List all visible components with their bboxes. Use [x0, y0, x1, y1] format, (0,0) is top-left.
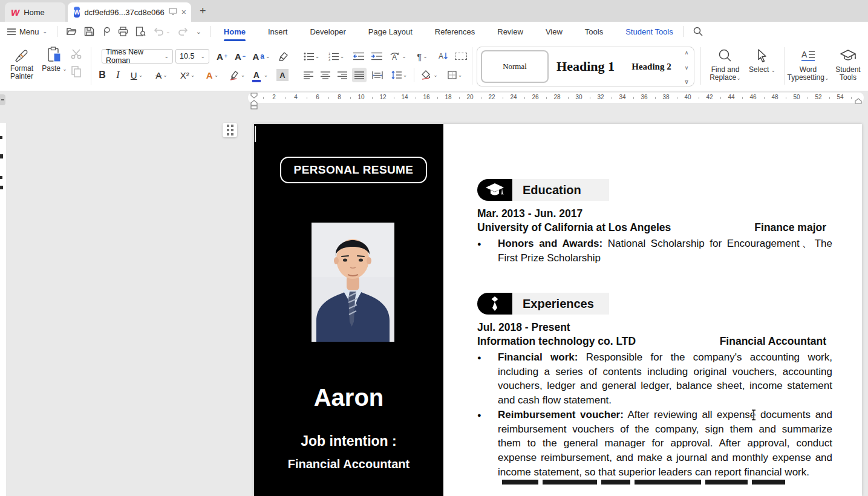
cut-icon[interactable] — [70, 48, 82, 59]
tab-home[interactable]: Home — [223, 24, 247, 40]
underline-button[interactable]: U⌄ — [127, 68, 146, 82]
indent-button[interactable] — [369, 49, 385, 64]
superscript-button[interactable]: X²⌄ — [177, 68, 198, 82]
tab-page-layout[interactable]: Page Layout — [367, 24, 414, 40]
document-tab-label: dcf9efd96...37cd8e066 — [84, 8, 164, 17]
tab-tools[interactable]: Tools — [584, 24, 604, 40]
first-line-indent-marker[interactable] — [250, 93, 258, 99]
list-item: ● Financial work: Responsible for the co… — [477, 350, 832, 408]
justify-button[interactable] — [352, 68, 367, 82]
print-preview-icon[interactable] — [135, 27, 146, 36]
styles-scroll-up-icon[interactable]: ∧ — [685, 50, 689, 56]
style-heading2[interactable]: Heading 2 — [624, 50, 679, 83]
align-left-icon — [304, 71, 313, 79]
chevron-down-icon: ⌄ — [62, 66, 67, 72]
paragraph-mark-button[interactable]: ¶⌄ — [413, 49, 432, 64]
tab-monitor-icon[interactable] — [169, 8, 177, 17]
home-tab[interactable]: W Home — [5, 2, 65, 22]
education-title: Education — [512, 179, 609, 201]
object-drag-handle[interactable] — [223, 123, 237, 137]
tab-insert[interactable]: Insert — [267, 24, 289, 40]
align-left-button[interactable] — [301, 68, 316, 82]
shading-button[interactable]: ⌄ — [419, 68, 440, 82]
tab-close-icon[interactable]: × — [181, 7, 186, 17]
outdent-button[interactable] — [351, 49, 367, 64]
char-shading-button[interactable]: A — [275, 68, 290, 82]
number-list-icon: 123 — [328, 52, 339, 61]
new-tab-plus-icon[interactable]: + — [200, 5, 206, 18]
document-page[interactable]: PERSONAL RESUME Aaron Job inte — [254, 124, 862, 496]
line-spacing-button[interactable]: ⌄ — [388, 68, 410, 82]
borders-button[interactable]: ⌄ — [444, 68, 466, 82]
save-icon[interactable] — [84, 27, 94, 36]
style-normal[interactable]: Normal — [481, 50, 549, 83]
distribute-icon — [372, 71, 383, 79]
decrease-font-button[interactable]: A− — [232, 49, 248, 64]
font-family-select[interactable]: Times New Roman⌄ — [102, 49, 173, 64]
text-direction-button[interactable]: A⌄ — [387, 49, 409, 64]
more-chevron-icon[interactable]: ⌄ — [196, 28, 201, 35]
bullet-list-icon — [304, 52, 314, 61]
hanging-indent-marker[interactable] — [250, 100, 258, 109]
tab-review[interactable]: Review — [496, 24, 524, 40]
text-effect-button[interactable]: A⌄ — [202, 68, 223, 82]
font-color-button[interactable]: A⌄ — [250, 68, 271, 82]
text-direction-icon: A — [390, 52, 400, 61]
print-icon[interactable] — [118, 27, 128, 36]
redo-icon[interactable] — [178, 27, 189, 36]
align-center-button[interactable] — [318, 68, 333, 82]
tab-references[interactable]: References — [434, 24, 476, 40]
svg-text:A: A — [392, 53, 397, 61]
copy-icon[interactable] — [71, 65, 82, 77]
paste-button[interactable]: Paste ⌄ — [39, 46, 70, 87]
search-icon[interactable] — [693, 27, 703, 36]
align-center-icon — [321, 71, 330, 79]
bullet-list-button[interactable]: ⌄ — [301, 49, 322, 64]
italic-button[interactable]: I — [111, 68, 125, 82]
bullet-dot: ● — [477, 350, 498, 408]
ruler[interactable]: 2468101214161820222426283032343638404244… — [248, 93, 864, 103]
chevron-down-icon[interactable]: ⌄ — [166, 29, 171, 34]
tab-view[interactable]: View — [544, 24, 564, 40]
student-tools-button[interactable]: Student Tools — [831, 46, 865, 87]
char-shading-icon: A — [276, 69, 289, 81]
export-pdf-icon[interactable] — [102, 27, 111, 36]
bold-button[interactable]: B — [96, 68, 109, 82]
tab-student-tools[interactable]: Student Tools — [624, 24, 674, 40]
show-marks-button[interactable] — [452, 49, 469, 64]
job-intention-label: Job intention : — [254, 433, 443, 449]
number-list-button[interactable]: 123⌄ — [325, 49, 347, 64]
sort-button[interactable]: A — [436, 49, 451, 64]
menu-button[interactable]: Menu ⌄ — [0, 27, 53, 36]
style-heading1[interactable]: Heading 1 — [555, 50, 616, 83]
change-case-button[interactable]: Aa⌄ — [250, 49, 272, 64]
student-cap-icon — [840, 48, 857, 64]
ruler-collapse-button[interactable] — [0, 94, 5, 105]
document-tab[interactable]: W dcf9efd96...37cd8e066 × — [68, 2, 191, 22]
styles-more-icon[interactable]: ∨ — [685, 80, 689, 85]
increase-font-button[interactable]: A+ — [214, 49, 230, 64]
bullet-dot: ● — [477, 237, 498, 265]
font-size-select[interactable]: 10.5⌄ — [175, 49, 209, 64]
font-color-icon: A — [253, 71, 259, 79]
tab-developer[interactable]: Developer — [308, 24, 347, 40]
doc-file-icon: W — [74, 7, 80, 18]
styles-gallery: Normal Heading 1 Heading 2 ∧ ∨ ∨ — [477, 47, 694, 86]
word-typesetting-button[interactable]: A Word Typesetting⌄ — [788, 46, 829, 87]
align-right-button[interactable] — [335, 68, 350, 82]
experiences-period: Jul. 2018 - Present — [477, 321, 570, 334]
open-icon[interactable] — [66, 27, 77, 36]
menu-bar: Menu ⌄ ⌄ ⌄ Home Insert Developer Page La… — [0, 22, 868, 41]
format-painter-button[interactable]: Format Painter — [6, 46, 38, 87]
styles-scroll-down-icon[interactable]: ∨ — [685, 65, 689, 71]
undo-icon[interactable] — [153, 27, 164, 36]
highlight-button[interactable]: ⌄ — [226, 68, 248, 82]
strikethrough-button[interactable]: A⌄ — [151, 68, 172, 82]
select-button[interactable]: Select ⌄ — [745, 46, 779, 87]
find-replace-button[interactable]: Find and Replace⌄ — [705, 46, 745, 87]
clear-format-button[interactable] — [275, 49, 292, 64]
borders-icon — [448, 71, 457, 79]
highlight-icon — [229, 70, 240, 80]
right-indent-marker[interactable] — [855, 98, 862, 104]
distribute-button[interactable] — [369, 68, 386, 82]
